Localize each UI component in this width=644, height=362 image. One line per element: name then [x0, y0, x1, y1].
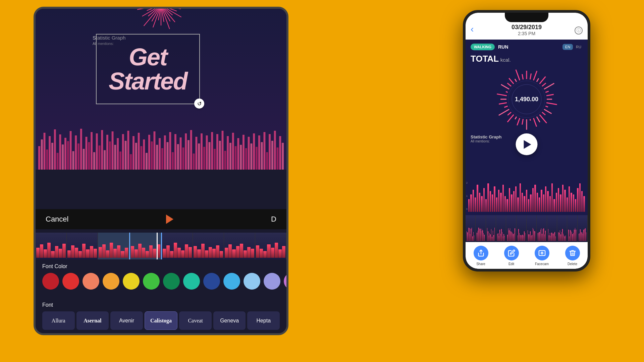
phone-bar-49 — [573, 194, 574, 212]
filmstrip-bar — [489, 233, 490, 241]
tl-bar — [194, 246, 197, 258]
svg-rect-46 — [114, 145, 116, 170]
color-swatch-purple[interactable] — [284, 273, 286, 290]
delete-action[interactable]: Delete — [565, 246, 580, 266]
color-swatch-lavender[interactable] — [264, 273, 280, 290]
svg-line-118 — [544, 83, 554, 89]
filmstrip-bar — [583, 234, 583, 241]
facecam-action[interactable]: Facecam — [535, 246, 549, 266]
font-title: Font — [42, 302, 280, 308]
phone-bar-20 — [511, 194, 512, 212]
phone-screen: ‹ 03/29/2019 2:35 PM ⓘ WALKING RUN EN RU… — [466, 13, 588, 269]
color-swatch-green[interactable] — [143, 273, 160, 290]
tl-bar — [40, 244, 43, 258]
color-swatch-red[interactable] — [62, 273, 79, 290]
tl-bar — [62, 244, 66, 258]
svg-rect-83 — [211, 132, 213, 170]
filmstrip-bar — [471, 229, 471, 241]
svg-rect-89 — [227, 136, 229, 170]
share-label: Share — [476, 262, 485, 266]
tl-bar — [47, 243, 51, 258]
tablet-screen: Statistic Graph All mentions: Get Starte… — [36, 9, 286, 333]
svg-rect-75 — [190, 130, 192, 170]
language-badges: EN RU — [562, 44, 583, 50]
svg-rect-67 — [169, 132, 171, 170]
filmstrip-bar — [518, 229, 519, 241]
tl-bar — [220, 251, 223, 258]
filmstrip-bar — [502, 232, 502, 241]
svg-rect-38 — [93, 152, 95, 170]
font-item-caveat[interactable]: Caveat — [179, 311, 212, 330]
font-item-avenir[interactable]: Avenir — [110, 311, 143, 330]
color-swatch-light-blue[interactable] — [244, 273, 260, 290]
share-icon-bg — [474, 246, 488, 260]
play-button[interactable] — [163, 213, 176, 226]
phone-bar-32 — [537, 193, 538, 212]
svg-line-120 — [546, 95, 554, 96]
filmstrip-bar — [530, 231, 530, 241]
filmstrip-bar — [573, 233, 574, 241]
filmstrip-bar — [528, 234, 529, 241]
font-item-allura[interactable]: Allura — [42, 311, 75, 330]
tl-bars-2 — [67, 241, 98, 258]
svg-line-114 — [534, 71, 537, 80]
tl-bar — [78, 251, 82, 258]
color-swatch-sky-blue[interactable] — [223, 273, 240, 290]
done-button[interactable]: D — [271, 215, 276, 224]
color-swatch-salmon[interactable] — [83, 273, 99, 290]
svg-rect-52 — [130, 154, 132, 170]
text-overlay-card[interactable]: Get Started ↺ — [96, 34, 200, 104]
svg-line-131 — [522, 119, 523, 125]
tl-bar — [209, 247, 212, 258]
edit-action[interactable]: Edit — [504, 246, 519, 266]
tl-bar — [256, 245, 259, 258]
share-action[interactable]: Share — [474, 246, 488, 266]
phone-info-button[interactable]: ⓘ — [575, 26, 583, 35]
filmstrip-bar — [489, 236, 489, 241]
filmstrip-thumb-11 — [578, 215, 588, 242]
color-swatch-teal[interactable] — [183, 273, 200, 290]
color-swatch-dark-blue[interactable] — [203, 273, 220, 290]
font-item-calistoga[interactable]: Calistoga — [145, 311, 178, 330]
svg-line-140 — [497, 94, 507, 96]
svg-rect-87 — [222, 131, 224, 170]
tl-bar — [170, 251, 173, 258]
cancel-button[interactable]: Cancel — [46, 215, 68, 224]
svg-rect-45 — [112, 131, 114, 170]
phone-back-button[interactable]: ‹ — [471, 24, 474, 35]
svg-rect-40 — [99, 145, 101, 170]
lang-ru-badge[interactable]: RU — [575, 44, 583, 50]
tl-bar — [212, 249, 216, 258]
color-row — [42, 273, 280, 290]
tl-bar — [113, 249, 117, 258]
svg-rect-68 — [172, 152, 174, 170]
svg-rect-28 — [67, 141, 69, 170]
timeline[interactable] — [36, 231, 286, 261]
filmstrip-bar — [492, 237, 492, 241]
font-item-geneva[interactable]: Geneva — [213, 311, 246, 330]
timeline-thumb-1 — [36, 233, 67, 259]
tl-bar — [201, 244, 205, 258]
svg-line-135 — [507, 112, 511, 115]
tl-bar — [267, 244, 270, 258]
phone-bar-52 — [579, 183, 581, 212]
phone-bar-11 — [492, 194, 493, 212]
font-item-hepta[interactable]: Hepta — [247, 311, 280, 330]
color-swatch-yellow[interactable] — [123, 273, 140, 290]
color-swatch-orange[interactable] — [103, 273, 119, 290]
facecam-icon-bg — [535, 246, 549, 260]
filmstrip-bar — [491, 229, 491, 241]
svg-rect-51 — [127, 131, 129, 170]
svg-rect-47 — [117, 138, 119, 170]
svg-rect-29 — [70, 131, 72, 170]
phone-date: 03/29/2019 — [512, 24, 542, 31]
font-item-asernal[interactable]: Asernal — [76, 311, 109, 330]
color-swatch-dark-red[interactable] — [42, 273, 59, 290]
tl-bar — [36, 248, 40, 258]
color-swatch-dark-green[interactable] — [163, 273, 180, 290]
svg-rect-32 — [77, 143, 79, 170]
lang-en-badge[interactable]: EN — [562, 44, 573, 50]
phone-bar-44 — [562, 185, 564, 212]
phone-play-button[interactable] — [516, 133, 538, 155]
filmstrip-bar — [467, 231, 467, 241]
